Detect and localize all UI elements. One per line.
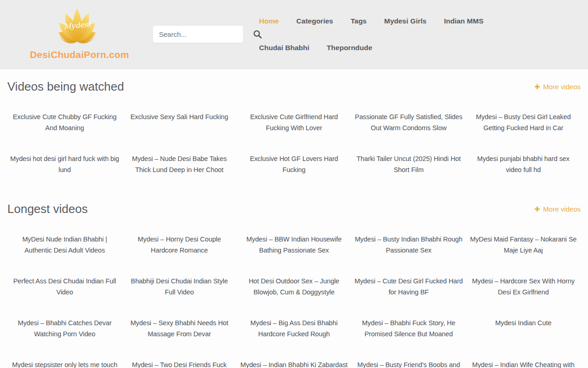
video-title-link[interactable]: Mydesi – Hardcore Sex With Horny Desi Ex… [466,276,581,298]
section-title: Longest videos [7,201,88,216]
video-title-link[interactable]: Mydesi – Bhabhi Catches Devar Watching P… [7,317,122,339]
video-title-link[interactable]: Exclusive Hot GF Lovers Hard Fucking [237,153,351,175]
video-title-link[interactable]: Mydesi punjabi bhabhi hard sex video ful… [466,153,581,175]
search-input[interactable] [153,30,250,38]
site-logo[interactable]: Mydesi DesiChudaiPorn.com [30,4,124,60]
nav-item-chudai-bhabhi[interactable]: Chudai Bhabhi [250,34,318,61]
nav-item-theporndude[interactable]: Theporndude [318,34,381,61]
video-title-link[interactable]: Passionate GF Fully Satisfied, Slides Ou… [351,111,466,133]
video-title-link[interactable]: MyDesi Nude Indian Bhabhi | Authentic De… [7,234,122,256]
site-name: DesiChudaiPorn.com [30,49,124,60]
video-title-link[interactable]: Mydesi – Cute Desi Girl Fucked Hard for … [351,276,466,298]
video-grid: MyDesi Nude Indian Bhabhi | Authentic De… [7,234,581,368]
nav-item-mydesi-girls[interactable]: Mydesi Girls [375,8,435,34]
video-title-link[interactable]: Mydesi – Horny Desi Couple Hardcore Roma… [122,234,237,256]
video-title-link[interactable]: Mydesi hot desi girl hard fuck with big … [7,153,122,175]
plus-icon [535,84,540,89]
video-title-link[interactable]: Mydesi – Busty Desi Girl Leaked Getting … [466,111,581,133]
nav-item-categories[interactable]: Categories [288,8,342,34]
video-title-link[interactable]: Exclusive Sexy Sali Hard Fucking [122,111,237,133]
video-title-link[interactable]: Perfect Ass Desi Chudai Indian Full Vide… [7,276,122,298]
search-box [153,26,243,43]
video-title-link[interactable]: Mydesi – BBW Indian Housewife Bathing Pa… [237,234,351,256]
section-title: Videos being watched [7,79,124,94]
video-title-link[interactable]: Mydesi – Busty Friend's Boobs and Pussy … [351,359,466,368]
nav-item-tags[interactable]: Tags [342,8,375,34]
video-title-link[interactable]: Mydesi – Bhabhi Fuck Story, He Promised … [351,317,466,339]
nav-item-home[interactable]: Home [250,8,288,34]
section-head: Videos being watched More videos [7,79,581,94]
more-videos-label: More videos [543,83,581,91]
video-title-link[interactable]: Mydesi – Busty Indian Bhabhi Rough Passi… [351,234,466,256]
more-videos-link[interactable]: More videos [535,83,581,91]
site-header: Mydesi DesiChudaiPorn.com Home Categorie… [0,0,588,69]
section-longest-videos: Longest videos More videos MyDesi Nude I… [7,201,581,368]
video-title-link[interactable]: Mydesi Indian Cute [466,317,581,339]
main-nav: Home Categories Tags Mydesi Girls Indian… [250,8,554,61]
video-grid: Exclusive Cute Chubby GF Fucking And Moa… [7,111,581,175]
more-videos-label: More videos [543,205,581,213]
video-title-link[interactable]: Mydesi – Big Ass Desi Bhabhi Hardcore Fu… [237,317,351,339]
video-title-link[interactable]: Mydesi – Nude Desi Babe Takes Thick Lund… [122,153,237,175]
section-videos-being-watched: Videos being watched More videos Exclusi… [7,79,581,175]
video-title-link[interactable]: Mydesi – Sexy Bhabhi Needs Hot Massage F… [122,317,237,339]
more-videos-link[interactable]: More videos [535,205,581,213]
lotus-logo-icon: Mydesi [51,4,103,47]
section-head: Longest videos More videos [7,201,581,216]
video-title-link[interactable]: Hot Desi Outdoor Sex – Jungle Blowjob, C… [237,276,351,298]
video-title-link[interactable]: Exclusive Cute Chubby GF Fucking And Moa… [7,111,122,133]
video-title-link[interactable]: Mydesi – Indian Bhabhi Ki Zabardast Chud… [237,359,351,368]
video-title-link[interactable]: Bhabhiji Desi Chudai Indian Style Full V… [122,276,237,298]
video-title-link[interactable]: Mydesi – Indian Wife Cheating with Neigh… [466,359,581,368]
video-title-link[interactable]: Mydesi stepsister only lets me touch her… [7,359,122,368]
video-title-link[interactable]: Tharki Tailer Uncut (2025) Hindi Hot Sho… [351,153,466,175]
video-title-link[interactable]: MyDesi Maid Fantasy – Nokarani Se Maje L… [466,234,581,256]
video-title-link[interactable]: Mydesi – Two Desi Friends Fuck Horny Mai… [122,359,237,368]
nav-item-indian-mms[interactable]: Indian MMS [435,8,492,34]
plus-icon [535,207,540,212]
video-title-link[interactable]: Exclusive Cute Girlfriend Hard Fucking W… [237,111,351,133]
main-content: Videos being watched More videos Exclusi… [0,79,588,368]
